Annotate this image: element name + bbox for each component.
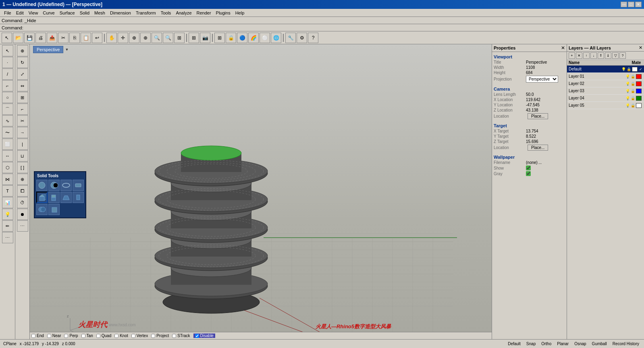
zoom-out[interactable]: 🔍 — [163, 33, 173, 43]
extra-btn[interactable]: ⋯ — [2, 232, 13, 243]
snap-end[interactable]: End — [31, 334, 44, 338]
select-tool[interactable]: ↖ — [2, 33, 12, 43]
maximize-button[interactable]: □ — [628, 2, 634, 7]
layer-lock-icon[interactable]: 🔒 — [631, 75, 635, 79]
quad-checkbox[interactable] — [96, 334, 100, 338]
default-mode[interactable]: Default — [506, 342, 522, 346]
add-layer-btn[interactable]: + — [569, 52, 575, 59]
move-tool[interactable]: ✛ — [118, 33, 128, 43]
boolean-btn[interactable]: ⊕ — [17, 174, 28, 185]
delete-layer-btn[interactable]: ✕ — [576, 52, 582, 59]
move-to-bottom-btn[interactable]: ⇓ — [605, 52, 611, 59]
analysis-btn[interactable]: 📊 — [2, 197, 13, 208]
layer-lock-icon[interactable]: 🔒 — [631, 96, 635, 100]
menu-item-curve[interactable]: Curve — [40, 10, 57, 16]
snap-near[interactable]: Near — [47, 334, 61, 338]
array-btn[interactable]: ⊞ — [17, 92, 28, 103]
move-to-top-btn[interactable]: ⇑ — [598, 52, 604, 59]
target-place-btn[interactable]: Place... — [528, 145, 548, 151]
menu-item-plugins[interactable]: Plugins — [214, 10, 233, 16]
material[interactable]: ⚪ — [260, 33, 270, 43]
move-down-btn[interactable]: ↓ — [590, 52, 597, 59]
circle-btn[interactable]: ○ — [2, 92, 13, 103]
extend-btn[interactable]: → — [17, 127, 28, 138]
export[interactable]: 📤 — [47, 33, 57, 43]
open-file[interactable]: 📂 — [13, 33, 23, 43]
mesh-btn[interactable]: ⋈ — [2, 174, 13, 185]
move-btn[interactable]: ⊕ — [17, 45, 28, 56]
save-file[interactable]: 💾 — [24, 33, 35, 43]
paste[interactable]: 📋 — [81, 33, 91, 43]
layer-color-01[interactable] — [636, 74, 642, 79]
pan-tool[interactable]: ✋ — [106, 33, 117, 43]
zoom-in[interactable]: 🔍 — [152, 33, 162, 43]
layer-visible-icon[interactable]: 💡 — [625, 104, 630, 108]
layer-row[interactable]: Layer 03 💡 🔒 — [567, 87, 644, 95]
history-btn[interactable]: ⏱ — [17, 197, 28, 208]
gray-checkbox[interactable] — [526, 171, 531, 176]
curve-btn[interactable]: ∿ — [2, 115, 13, 126]
render-color[interactable]: 🌈 — [248, 33, 259, 43]
filename-browse[interactable]: ... — [538, 160, 542, 165]
cube-btn[interactable] — [48, 204, 60, 215]
sphere-btn[interactable] — [36, 180, 48, 191]
join-btn[interactable]: ⊔ — [17, 150, 28, 162]
render-btn[interactable]: 💡 — [2, 209, 13, 220]
extrude-btn[interactable] — [48, 192, 60, 203]
pipe-btn[interactable] — [73, 180, 84, 191]
record-btn[interactable]: ⏺ — [17, 209, 28, 220]
close-button[interactable]: ✕ — [635, 2, 642, 7]
layer-row[interactable]: Layer 04 💡 🔒 — [567, 95, 644, 102]
knot-checkbox[interactable] — [114, 334, 118, 338]
gumball-mode[interactable]: Gumball — [590, 342, 609, 346]
layer-lock-icon[interactable]: 🔒 — [631, 82, 635, 86]
layer-color-03[interactable] — [636, 89, 642, 93]
select-btn[interactable]: ↖ — [2, 45, 13, 56]
snap-quad[interactable]: Quad — [96, 334, 111, 338]
menu-item-analyze[interactable]: Analyze — [173, 10, 194, 16]
layer-visible-icon[interactable]: 💡 — [625, 75, 630, 79]
box-btn[interactable] — [36, 192, 48, 203]
layer-row[interactable]: Default 💡 🔒 ✓ — [567, 66, 644, 73]
transform-btn[interactable]: ↔ — [2, 150, 13, 162]
end-checkbox[interactable] — [31, 334, 35, 338]
tan-checkbox[interactable] — [81, 334, 85, 338]
environment[interactable]: 🌐 — [271, 33, 281, 43]
layer-color-02[interactable] — [636, 81, 642, 86]
layer-color-04[interactable] — [636, 96, 642, 101]
zoom-ext[interactable]: ⊕ — [129, 33, 139, 43]
layer-visible-icon[interactable]: 💡 — [625, 82, 630, 86]
annotation-btn[interactable]: T — [2, 185, 13, 197]
layer-lock-icon[interactable]: 🔒 — [631, 89, 635, 93]
rotate-btn[interactable]: ↻ — [17, 57, 28, 68]
viewport-area[interactable]: x z y Perspective ▼ Solid Tools — [30, 44, 492, 339]
draft-btn[interactable]: ✏ — [2, 220, 13, 232]
snap-knot[interactable]: Knot — [114, 334, 128, 338]
projection-select[interactable]: Perspective — [526, 76, 558, 83]
layer-lock-icon[interactable]: 🔒 — [627, 67, 631, 71]
camera[interactable]: 📷 — [200, 33, 210, 43]
layer-lock-icon[interactable]: 🔒 — [631, 104, 635, 108]
split-btn[interactable]: | — [17, 139, 28, 150]
render-preview[interactable]: 🔵 — [237, 33, 247, 43]
trim-btn[interactable]: ✂ — [17, 115, 28, 126]
layer-row[interactable]: Layer 01 💡 🔒 — [567, 73, 644, 80]
menu-item-render[interactable]: Render — [194, 10, 214, 16]
torus-btn[interactable] — [60, 180, 72, 191]
filter-btn[interactable]: ▽ — [612, 52, 619, 59]
menu-item-solid[interactable]: Solid — [77, 10, 92, 16]
point-btn[interactable]: · — [2, 57, 13, 68]
snap-mode[interactable]: Snap — [525, 342, 537, 346]
viewport-dropdown[interactable]: ▼ — [65, 48, 69, 52]
menu-item-file[interactable]: File — [2, 10, 14, 16]
grid[interactable]: ⊞ — [214, 33, 225, 43]
menu-item-transform[interactable]: Transform — [133, 10, 158, 16]
snap-tan[interactable]: Tan — [81, 334, 93, 338]
menu-item-dimension[interactable]: Dimension — [108, 10, 133, 16]
revolve-btn[interactable] — [73, 192, 84, 203]
zoom-sel[interactable]: ⊕ — [140, 33, 151, 43]
menu-item-view[interactable]: View — [26, 10, 41, 16]
polyline-btn[interactable]: ⌐ — [2, 80, 13, 91]
settings[interactable]: ⚙ — [297, 33, 307, 43]
snap-strack[interactable]: STrack — [172, 334, 190, 338]
